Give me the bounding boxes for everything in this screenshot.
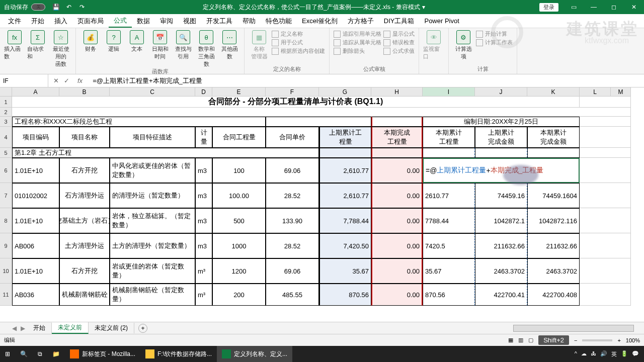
select-all-corner[interactable] bbox=[0, 87, 12, 97]
ime-icon[interactable]: 英 bbox=[611, 350, 617, 358]
fnlib-btn-4[interactable]: 🔍查找与引用 bbox=[173, 30, 194, 68]
task-view-icon[interactable]: ⧉ bbox=[33, 346, 47, 362]
cell[interactable] bbox=[12, 108, 631, 117]
cell[interactable]: 1.01E+10 bbox=[12, 158, 59, 183]
cell[interactable]: 的清理外运（暂定数量） bbox=[110, 183, 195, 208]
explorer-icon[interactable]: 📁 bbox=[47, 346, 65, 362]
sheet-tab-0[interactable]: 开始 bbox=[27, 323, 52, 333]
cell[interactable]: 1042872.116 bbox=[527, 208, 580, 233]
redo-icon[interactable]: ↷ bbox=[75, 4, 89, 11]
autosave-toggle[interactable]: 自动保存 关 bbox=[0, 3, 49, 12]
cell[interactable]: 100.00 bbox=[212, 183, 266, 208]
hscrollbar[interactable] bbox=[513, 325, 634, 332]
sheet-nav[interactable]: ▶ bbox=[19, 325, 27, 332]
cell[interactable] bbox=[580, 127, 631, 148]
cell[interactable] bbox=[580, 158, 631, 183]
col-L[interactable]: L bbox=[580, 87, 611, 97]
col-K[interactable]: K bbox=[527, 87, 580, 97]
row-1[interactable]: 1 bbox=[0, 97, 12, 108]
cell[interactable]: 010102002 bbox=[12, 183, 59, 208]
cell[interactable]: 土方的清理外（暂定数量） bbox=[110, 233, 195, 258]
cell[interactable]: 1042872.1 bbox=[475, 208, 527, 233]
cell[interactable]: 1.01E+10 bbox=[12, 208, 59, 233]
fnlib-btn-6[interactable]: ⋯其他函数 bbox=[219, 30, 240, 68]
start-button[interactable]: ⊞ bbox=[0, 346, 15, 362]
col-B[interactable]: B bbox=[59, 87, 110, 97]
cell[interactable]: 石方开挖 bbox=[59, 258, 110, 284]
cell[interactable]: 35.67 bbox=[319, 258, 371, 284]
cell[interactable]: 35.67 bbox=[423, 258, 475, 284]
cell[interactable]: 74459.1604 bbox=[527, 183, 580, 208]
view-page-icon[interactable]: ▥ bbox=[518, 337, 523, 343]
cell[interactable]: 7788.44 bbox=[423, 208, 475, 233]
cell[interactable]: 土方清理外运 bbox=[59, 233, 110, 258]
search-icon[interactable]: 🔍 bbox=[15, 346, 33, 362]
row-10[interactable]: 10 bbox=[0, 258, 12, 284]
cell[interactable]: 2463.3702 bbox=[527, 258, 580, 284]
cell[interactable] bbox=[371, 117, 423, 127]
recent-functions-button[interactable]: ☆最近使用的 函数 bbox=[50, 30, 71, 73]
cell[interactable] bbox=[475, 148, 527, 158]
cell[interactable]: 0.00 bbox=[371, 158, 423, 183]
cell[interactable]: 2,610.77 bbox=[319, 183, 371, 208]
defname-1[interactable]: 用于公式 bbox=[272, 39, 325, 46]
cell[interactable] bbox=[580, 284, 631, 306]
cell[interactable]: m3 bbox=[195, 158, 212, 183]
col-E[interactable]: E bbox=[212, 87, 266, 97]
fnlib-btn-2[interactable]: A文本 bbox=[126, 30, 147, 68]
onedrive-icon[interactable]: ☁ bbox=[581, 350, 587, 358]
row-9[interactable]: 9 bbox=[0, 233, 12, 258]
cell[interactable] bbox=[319, 148, 371, 158]
taskbar-app-2[interactable]: 定义列名称、定义... bbox=[217, 346, 292, 362]
fx-icon[interactable]: fx bbox=[74, 77, 86, 84]
cell[interactable]: 485.55 bbox=[266, 284, 319, 306]
cell[interactable]: 500 bbox=[212, 208, 266, 233]
cell[interactable] bbox=[266, 117, 371, 127]
audit-b-1[interactable]: 错误检查 bbox=[383, 39, 415, 46]
sheet-tab-2[interactable]: 未定义前 (2) bbox=[89, 323, 134, 333]
cell[interactable]: 岩或更佳的岩体（暂定数量） bbox=[110, 258, 195, 284]
cell[interactable]: 28.52 bbox=[266, 183, 319, 208]
cell-grid[interactable]: 合同部分 - 分部分项工程量清单与计价表 (BQ1.1)工程名称:和XXXX二标… bbox=[12, 97, 631, 306]
defname-0[interactable]: 定义名称 bbox=[272, 30, 325, 38]
network-icon[interactable]: 🖧 bbox=[591, 350, 596, 358]
row-11[interactable]: 11 bbox=[0, 284, 12, 306]
sheet-nav[interactable]: ◀ bbox=[10, 325, 19, 332]
cell[interactable]: 石方清理外运 bbox=[59, 183, 110, 208]
tray-up-icon[interactable]: ^ bbox=[575, 350, 577, 358]
col-C[interactable]: C bbox=[110, 87, 195, 97]
cell[interactable]: 0.00 bbox=[371, 284, 423, 306]
cell[interactable]: 422700.41 bbox=[475, 284, 527, 306]
cell[interactable] bbox=[580, 117, 631, 127]
formula-input[interactable]: =@上期累计工程量+本期完成_工程量 bbox=[91, 76, 644, 85]
zoom-in-icon[interactable]: + bbox=[617, 337, 620, 343]
cell[interactable]: 0.00 bbox=[371, 258, 423, 284]
accept-formula-icon[interactable]: ✓ bbox=[64, 77, 69, 84]
row-4[interactable]: 4 bbox=[0, 127, 12, 148]
view-normal-icon[interactable]: ▦ bbox=[508, 337, 513, 343]
cell[interactable]: 项目名称 bbox=[59, 127, 110, 148]
cell[interactable]: 本期累计 工程量 bbox=[423, 127, 475, 148]
menu-DIY工具箱[interactable]: DIY工具箱 bbox=[379, 14, 420, 28]
fnlib-btn-0[interactable]: 💰财务 bbox=[80, 30, 101, 68]
col-I[interactable]: I bbox=[423, 87, 475, 97]
cell[interactable]: 岩体，独立基础算。（暂定数量） bbox=[110, 208, 195, 233]
cell[interactable]: 1000 bbox=[212, 233, 266, 258]
col-G[interactable]: G bbox=[319, 87, 371, 97]
cell[interactable]: 石方开挖 bbox=[59, 158, 110, 183]
cell[interactable]: 合同部分 - 分部分项工程量清单与计价表 (BQ1.1) bbox=[12, 97, 580, 108]
sheet-tab-1[interactable]: 未定义前 bbox=[52, 322, 89, 334]
cell[interactable]: m³ bbox=[195, 284, 212, 306]
watch-window-button[interactable]: 👁监视窗口 bbox=[423, 30, 444, 73]
zoom-level[interactable]: 100% bbox=[626, 337, 640, 343]
fnlib-btn-5[interactable]: θ数学和 三角函数 bbox=[196, 30, 217, 68]
taskbar-app-1[interactable]: F:\软件数据存储路... bbox=[140, 346, 217, 362]
cell[interactable]: 第1.2章 土石方工程 bbox=[12, 148, 319, 158]
row-7[interactable]: 7 bbox=[0, 183, 12, 208]
cell[interactable]: 0.00 bbox=[371, 183, 423, 208]
calc-options-button[interactable]: ⚙计算选项 bbox=[453, 30, 474, 65]
cell[interactable]: 2,610.77 bbox=[319, 158, 371, 183]
menu-审阅[interactable]: 审阅 bbox=[155, 14, 178, 28]
cell[interactable]: 7,788.44 bbox=[319, 208, 371, 233]
menu-文件[interactable]: 文件 bbox=[3, 14, 26, 28]
